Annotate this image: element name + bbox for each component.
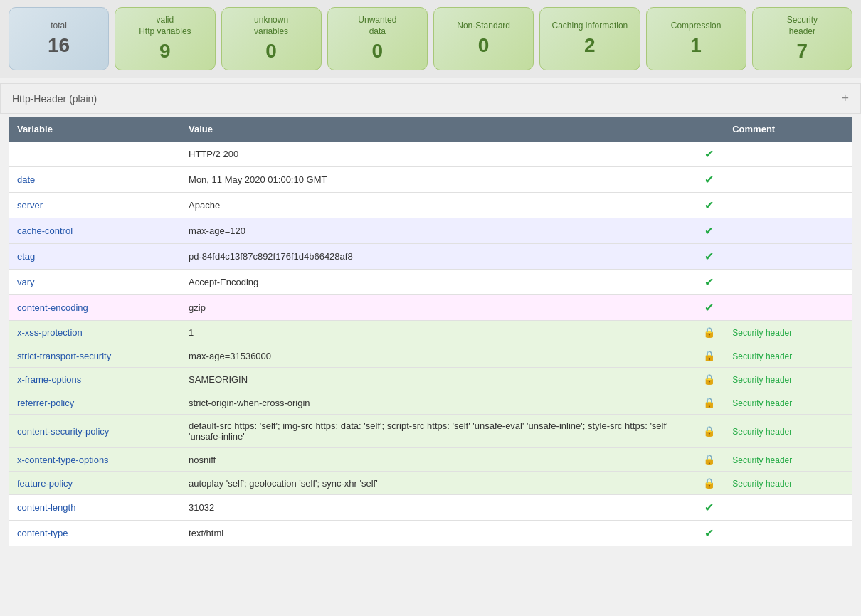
cell-value: autoplay 'self'; geolocation 'self'; syn… bbox=[180, 472, 694, 495]
cell-comment bbox=[724, 244, 852, 270]
cell-comment bbox=[724, 167, 852, 193]
lock-icon: 🔒 bbox=[703, 425, 715, 437]
cell-icon: ✔ bbox=[694, 270, 724, 295]
cell-icon: 🔒 bbox=[694, 368, 724, 391]
cell-value: pd-84fd4c13f87c892f176f1d4b66428af8 bbox=[180, 244, 694, 270]
col-value: Value bbox=[180, 117, 694, 142]
cell-variable: cache-control bbox=[9, 218, 180, 244]
cell-variable: feature-policy bbox=[9, 472, 180, 495]
card-value-non-standard: 0 bbox=[478, 36, 490, 55]
cell-icon: ✔ bbox=[694, 244, 724, 270]
cell-value: max-age=31536000 bbox=[180, 344, 694, 368]
cell-icon: ✔ bbox=[694, 521, 724, 546]
table-row: content-encodinggzip✔ bbox=[9, 295, 852, 321]
table-row: dateMon, 11 May 2020 01:00:10 GMT✔ bbox=[9, 167, 852, 193]
comment-text: Security header bbox=[732, 351, 792, 361]
lock-icon: 🔒 bbox=[703, 477, 715, 489]
cell-variable: x-xss-protection bbox=[9, 321, 180, 344]
card-label-valid-http: valid Http variables bbox=[139, 15, 191, 37]
cell-value: 1 bbox=[180, 321, 694, 344]
cell-value: Apache bbox=[180, 193, 694, 218]
card-label-compression: Compression bbox=[671, 21, 722, 32]
table-row: serverApache✔ bbox=[9, 193, 852, 218]
comment-text: Security header bbox=[732, 375, 792, 385]
cell-variable: date bbox=[9, 167, 180, 193]
table-row: content-security-policydefault-src https… bbox=[9, 415, 852, 448]
comment-text: Security header bbox=[732, 455, 792, 465]
cell-comment bbox=[724, 270, 852, 295]
lock-icon: 🔒 bbox=[703, 350, 715, 361]
lock-icon: 🔒 bbox=[703, 454, 715, 465]
card-value-caching: 2 bbox=[584, 36, 596, 55]
comment-text: Security header bbox=[732, 398, 792, 408]
card-label-unknown-variables: unknown variables bbox=[254, 15, 288, 37]
cell-variable: referrer-policy bbox=[9, 391, 180, 415]
lock-icon: 🔒 bbox=[703, 397, 715, 408]
table-row: content-length31032✔ bbox=[9, 495, 852, 521]
lock-icon: 🔒 bbox=[703, 373, 715, 385]
cell-icon: ✔ bbox=[694, 142, 724, 167]
lock-icon: 🔒 bbox=[703, 326, 715, 338]
cell-icon: ✔ bbox=[694, 495, 724, 521]
card-non-standard: Non-Standard0 bbox=[433, 7, 534, 70]
table-row: HTTP/2 200✔ bbox=[9, 142, 852, 167]
cell-variable: etag bbox=[9, 244, 180, 270]
cell-comment: Security header bbox=[724, 344, 852, 368]
table-row: referrer-policystrict-origin-when-cross-… bbox=[9, 391, 852, 415]
cell-variable: content-type bbox=[9, 521, 180, 546]
cell-icon: 🔒 bbox=[694, 472, 724, 495]
cell-comment: Security header bbox=[724, 368, 852, 391]
comment-text: Security header bbox=[732, 479, 792, 489]
table-row: content-typetext/html✔ bbox=[9, 521, 852, 546]
card-value-valid-http: 9 bbox=[159, 41, 171, 61]
cell-value: gzip bbox=[180, 295, 694, 321]
cell-value: Mon, 11 May 2020 01:00:10 GMT bbox=[180, 167, 694, 193]
table-row: etagpd-84fd4c13f87c892f176f1d4b66428af8✔ bbox=[9, 244, 852, 270]
expand-button[interactable]: + bbox=[841, 91, 849, 106]
card-compression: Compression1 bbox=[646, 7, 746, 70]
card-unknown-variables: unknown variables0 bbox=[221, 7, 322, 70]
cell-variable bbox=[9, 142, 180, 167]
table-row: strict-transport-securitymax-age=3153600… bbox=[9, 344, 852, 368]
table-header-row: Variable Value Comment bbox=[9, 117, 852, 142]
table-row: feature-policyautoplay 'self'; geolocati… bbox=[9, 472, 852, 495]
cell-icon: 🔒 bbox=[694, 448, 724, 472]
check-icon: ✔ bbox=[704, 174, 714, 186]
cell-icon: ✔ bbox=[694, 193, 724, 218]
check-icon: ✔ bbox=[704, 276, 714, 288]
cell-value: strict-origin-when-cross-origin bbox=[180, 391, 694, 415]
http-header-table: Variable Value Comment HTTP/2 200✔dateMo… bbox=[9, 117, 852, 546]
cell-icon: ✔ bbox=[694, 167, 724, 193]
col-icon bbox=[694, 117, 724, 142]
cell-comment bbox=[724, 495, 852, 521]
check-icon: ✔ bbox=[704, 148, 714, 160]
cell-comment bbox=[724, 142, 852, 167]
cell-variable: content-length bbox=[9, 495, 180, 521]
cell-value: default-src https: 'self'; img-src https… bbox=[180, 415, 694, 448]
table-row: x-content-type-optionsnosniff🔒Security h… bbox=[9, 448, 852, 472]
comment-text: Security header bbox=[732, 427, 792, 437]
card-label-caching: Caching information bbox=[552, 21, 628, 32]
cell-comment: Security header bbox=[724, 472, 852, 495]
cell-variable: x-frame-options bbox=[9, 368, 180, 391]
col-variable: Variable bbox=[9, 117, 180, 142]
cell-comment bbox=[724, 521, 852, 546]
cell-icon: 🔒 bbox=[694, 391, 724, 415]
cell-icon: 🔒 bbox=[694, 415, 724, 448]
table-row: x-frame-optionsSAMEORIGIN🔒Security heade… bbox=[9, 368, 852, 391]
table-wrapper: Variable Value Comment HTTP/2 200✔dateMo… bbox=[0, 117, 861, 555]
cell-comment: Security header bbox=[724, 415, 852, 448]
cell-comment: Security header bbox=[724, 448, 852, 472]
cell-variable: strict-transport-security bbox=[9, 344, 180, 368]
card-unwanted-data: Unwanted data0 bbox=[327, 7, 428, 70]
cell-value: nosniff bbox=[180, 448, 694, 472]
card-total: total16 bbox=[9, 7, 109, 70]
cell-value: SAMEORIGIN bbox=[180, 368, 694, 391]
cell-icon: 🔒 bbox=[694, 344, 724, 368]
card-valid-http: valid Http variables9 bbox=[115, 7, 215, 70]
section-header: Http-Header (plain) + bbox=[0, 83, 861, 114]
card-value-compression: 1 bbox=[690, 36, 702, 55]
check-icon: ✔ bbox=[704, 527, 714, 539]
card-caching: Caching information2 bbox=[539, 7, 640, 70]
cell-comment bbox=[724, 295, 852, 321]
